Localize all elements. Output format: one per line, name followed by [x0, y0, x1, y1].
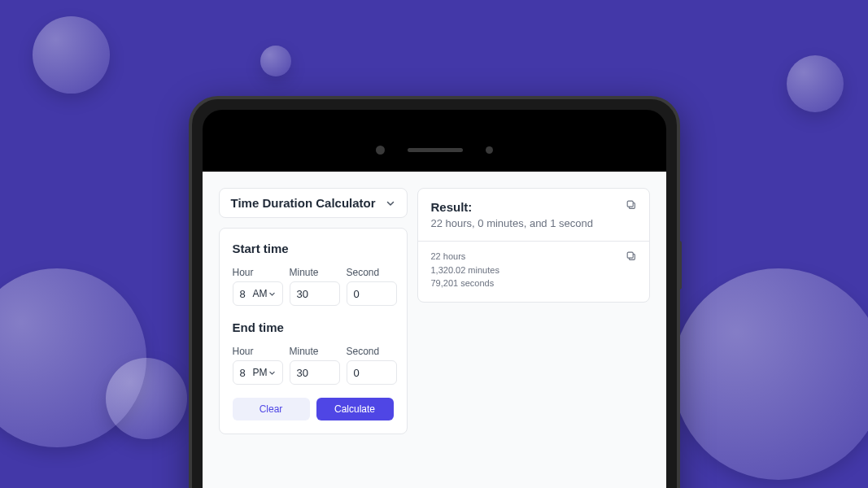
tablet-bezel: Time Duration Calculator Start time Hour: [203, 110, 666, 488]
result-card: Result: 22 hours, 0 minutes, and 1 secon…: [417, 188, 650, 303]
result-hours-line: 22 hours: [431, 250, 636, 264]
result-title: Result:: [431, 200, 636, 214]
end-ampm-value: PM: [253, 367, 268, 378]
decorative-bubble: [673, 268, 868, 480]
start-minute-input-wrap[interactable]: [290, 281, 340, 306]
copy-icon: [626, 199, 637, 211]
end-hour-input-wrap[interactable]: PM: [233, 360, 283, 385]
svg-rect-1: [627, 201, 633, 207]
start-hour-input-wrap[interactable]: AM: [233, 281, 283, 306]
time-form-card: Start time Hour AM: [219, 228, 408, 434]
start-second-input-wrap[interactable]: [347, 281, 397, 306]
start-hour-label: Hour: [233, 267, 283, 278]
tablet-side-button: [677, 241, 682, 290]
decorative-bubble: [787, 55, 844, 112]
end-minute-input[interactable]: [297, 367, 333, 379]
end-hour-input[interactable]: [240, 367, 251, 379]
svg-rect-3: [627, 252, 633, 258]
end-ampm-selector[interactable]: PM: [253, 367, 276, 378]
result-minutes-line: 1,320.02 minutes: [431, 264, 636, 277]
end-time-heading: End time: [233, 320, 394, 334]
sensor-dot: [486, 146, 493, 154]
tablet-sensors: [376, 146, 493, 155]
copy-icon: [626, 251, 637, 262]
copy-result-button[interactable]: [623, 197, 639, 213]
end-hour-label: Hour: [233, 346, 283, 357]
decorative-bubble: [33, 16, 110, 94]
clear-button[interactable]: Clear: [233, 398, 310, 420]
calculate-button[interactable]: Calculate: [316, 398, 394, 420]
end-second-label: Second: [347, 346, 397, 357]
calculator-selector[interactable]: Time Duration Calculator: [219, 188, 408, 218]
end-minute-input-wrap[interactable]: [290, 360, 340, 385]
decorative-bubble: [106, 358, 187, 439]
start-hour-input[interactable]: [240, 288, 251, 300]
app-screen: Time Duration Calculator Start time Hour: [203, 172, 666, 488]
end-second-input-wrap[interactable]: [347, 360, 397, 385]
camera-dot: [376, 146, 385, 155]
end-minute-label: Minute: [290, 346, 340, 357]
end-second-input[interactable]: [354, 367, 390, 379]
start-minute-input[interactable]: [297, 288, 333, 300]
chevron-down-icon: [386, 198, 395, 208]
copy-breakdown-button[interactable]: [623, 248, 639, 264]
speaker-grille: [408, 148, 463, 152]
start-minute-label: Minute: [290, 267, 340, 278]
start-ampm-selector[interactable]: AM: [253, 288, 276, 299]
tablet-frame: Time Duration Calculator Start time Hour: [189, 96, 680, 488]
start-second-label: Second: [347, 267, 397, 278]
calculator-selector-label: Time Duration Calculator: [231, 196, 376, 210]
start-time-heading: Start time: [233, 242, 394, 255]
result-seconds-line: 79,201 seconds: [431, 277, 636, 290]
result-summary: 22 hours, 0 minutes, and 1 second: [431, 217, 636, 229]
start-second-input[interactable]: [354, 288, 390, 300]
start-ampm-value: AM: [253, 288, 268, 299]
decorative-bubble: [260, 46, 291, 76]
